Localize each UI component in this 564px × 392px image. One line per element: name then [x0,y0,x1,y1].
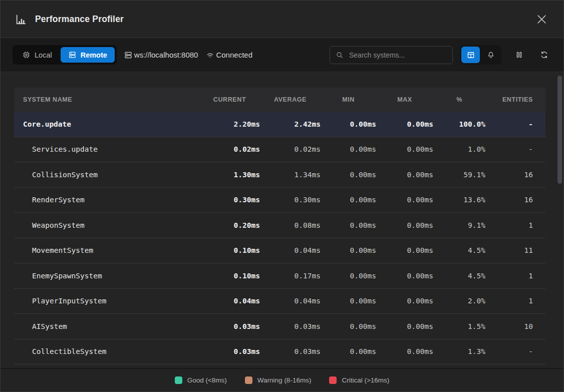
legend-item: Warning (8-16ms) [245,376,312,384]
table-row[interactable]: AISystem0.03ms0.03ms0.00ms0.00ms1.5%10 [14,314,545,339]
table-view-button[interactable] [461,47,480,63]
min-value: 0.00ms [321,297,376,305]
min-value: 0.00ms [321,246,376,254]
search-box[interactable] [330,46,453,64]
percent-value: 59.1% [433,171,485,179]
server-icon [68,51,77,59]
max-value: 0.00ms [376,322,433,330]
system-name: CollisionSystem [23,171,199,179]
websocket-url: ws://localhost:8080 [134,51,198,59]
system-name: RenderSystem [23,196,199,204]
toolbar: Local Remote [1,38,563,72]
min-value: 0.00ms [321,145,376,153]
column-header[interactable]: MIN [321,96,376,103]
legend-label: Warning (8-16ms) [257,376,312,384]
performance-profiler-window: Performance Profiler Local [0,0,564,392]
table-row[interactable]: CollisionSystem1.30ms1.34ms0.00ms0.00ms5… [14,162,545,188]
close-icon[interactable] [535,13,548,26]
legend: Good (<8ms)Warning (8-16ms)Critical (>16… [1,368,563,391]
mode-toggle: Local Remote [13,45,117,65]
system-name: AISystem [23,322,199,330]
pause-button[interactable] [511,47,526,63]
min-value: 0.00ms [321,171,376,179]
connection-status: Connected [206,51,252,59]
current-value: 2.20ms [199,120,260,128]
systems-table: SYSTEM NAMECURRENTAVERAGEMINMAX%ENTITIES… [14,88,545,364]
table-row[interactable]: WeaponSystem0.20ms0.08ms0.00ms0.00ms9.1%… [14,213,545,238]
column-header[interactable]: % [433,96,485,103]
max-value: 0.00ms [376,297,433,305]
bar-chart-icon [15,13,27,26]
column-header[interactable]: AVERAGE [260,96,321,103]
scrollbar-thumb[interactable] [557,76,562,184]
current-value: 0.30ms [199,196,260,204]
max-value: 0.00ms [376,347,433,355]
percent-value: 9.1% [433,221,485,229]
column-header[interactable]: SYSTEM NAME [23,96,199,103]
alerts-button[interactable] [481,47,500,63]
table-row[interactable]: Core.update2.20ms2.42ms0.00ms0.00ms100.0… [14,112,545,137]
current-value: 0.10ms [199,246,260,254]
legend-label: Good (<8ms) [187,376,227,384]
remote-mode-button[interactable]: Remote [61,47,115,63]
entities-value: 1 [485,221,533,229]
refresh-icon [539,50,549,60]
server-icon [124,51,133,60]
percent-value: 1.5% [433,322,485,330]
column-header[interactable]: ENTITIES [485,96,533,103]
entities-value: - [485,145,533,153]
entities-value: 16 [485,196,533,204]
table-body: Core.update2.20ms2.42ms0.00ms0.00ms100.0… [14,112,545,364]
percent-value: 4.5% [433,246,485,254]
min-value: 0.00ms [321,322,376,330]
table-row[interactable]: EnemySpawnSystem0.10ms0.17ms0.00ms0.00ms… [14,263,545,289]
min-value: 0.00ms [321,196,376,204]
max-value: 0.00ms [376,221,433,229]
current-value: 0.02ms [199,145,260,153]
connection-status-label: Connected [216,51,252,59]
system-name: PlayerInputSystem [23,297,199,305]
system-name: Core.update [23,120,199,128]
table-row[interactable]: CollectibleSystem0.03ms0.03ms0.00ms0.00m… [14,339,545,365]
column-header[interactable]: CURRENT [199,96,260,103]
current-value: 0.03ms [199,347,260,355]
table-header: SYSTEM NAMECURRENTAVERAGEMINMAX%ENTITIES [14,88,545,112]
search-icon [336,51,344,59]
remote-mode-label: Remote [81,51,107,59]
entities-value: - [485,347,533,355]
table-row[interactable]: MovementSystem0.10ms0.04ms0.00ms0.00ms4.… [14,238,545,264]
pause-icon [514,50,524,60]
legend-swatch [175,376,182,384]
average-value: 0.08ms [260,221,321,229]
min-value: 0.00ms [321,221,376,229]
average-value: 0.04ms [260,246,321,254]
min-value: 0.00ms [321,272,376,280]
average-value: 0.02ms [260,145,321,153]
entities-value: 1 [485,272,533,280]
average-value: 0.17ms [260,272,321,280]
percent-value: 2.0% [433,297,485,305]
percent-value: 1.0% [433,145,485,153]
search-input[interactable] [348,51,447,60]
percent-value: 1.3% [433,347,485,355]
column-header[interactable]: MAX [376,96,433,103]
legend-swatch [245,376,252,384]
table-row[interactable]: Services.update0.02ms0.02ms0.00ms0.00ms1… [14,137,545,163]
min-value: 0.00ms [321,347,376,355]
max-value: 0.00ms [376,171,433,179]
percent-value: 100.0% [433,120,485,128]
average-value: 0.03ms [260,347,321,355]
max-value: 0.00ms [376,246,433,254]
table-row[interactable]: PlayerInputSystem0.04ms0.04ms0.00ms0.00m… [14,289,545,314]
table-row[interactable]: RenderSystem0.30ms0.30ms0.00ms0.00ms13.6… [14,188,545,213]
average-value: 0.30ms [260,196,321,204]
current-value: 0.04ms [199,297,260,305]
legend-swatch [329,376,337,384]
max-value: 0.00ms [376,196,433,204]
entities-value: 1 [485,297,533,305]
system-name: MovementSystem [23,246,199,254]
current-value: 0.20ms [199,221,260,229]
local-mode-button[interactable]: Local [15,47,60,63]
refresh-button[interactable] [536,47,551,63]
max-value: 0.00ms [376,120,433,128]
